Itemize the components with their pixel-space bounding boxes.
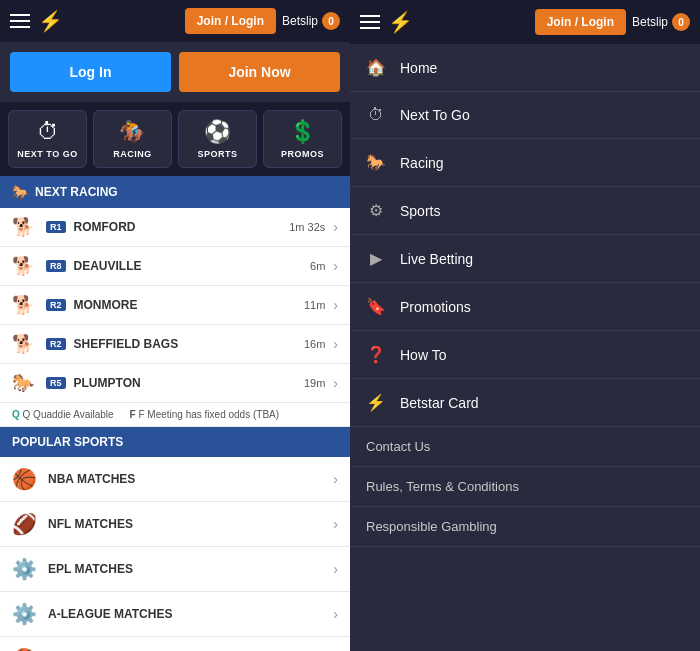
list-item[interactable]: 🏈 NFL MATCHES › (0, 502, 350, 547)
chevron-right-icon: › (333, 561, 338, 577)
basketball-icon: 🏀 (12, 467, 36, 491)
next-to-go-icon: ⏱ (37, 119, 59, 145)
race-badge: R2 (46, 299, 66, 311)
racing-label: RACING (113, 149, 152, 159)
menu-overlay: ⚡ Join / Login Betslip 0 🏠 Home ⏱ Next T… (350, 0, 700, 651)
greyhound-icon: 🐕 (12, 294, 36, 316)
table-row[interactable]: 🐕 R2 MONMORE 11m › (0, 286, 350, 325)
chevron-right-icon: › (333, 336, 338, 352)
quick-nav: ⏱ NEXT TO GO 🏇 RACING ⚽ SPORTS 💲 PROMOS (0, 102, 350, 176)
sports-icon: ⚽ (204, 119, 231, 145)
race-time: 11m (304, 299, 325, 311)
menu-item-responsible-gambling[interactable]: Responsible Gambling (350, 507, 700, 547)
quick-nav-racing[interactable]: 🏇 RACING (93, 110, 172, 168)
promos-label: PROMOS (281, 149, 324, 159)
menu-betstar-logo: ⚡ (388, 10, 413, 34)
table-row[interactable]: 🐕 R2 SHEFFIELD BAGS 16m › (0, 325, 350, 364)
betstar-logo: ⚡ (38, 9, 63, 33)
menu-item-next-to-go-label: Next To Go (400, 107, 470, 123)
menu-header-left: ⚡ (360, 10, 413, 34)
menu-item-racing[interactable]: 🐎 Racing (350, 139, 700, 187)
auth-buttons: Log In Join Now (0, 42, 350, 102)
promotions-icon: 🔖 (366, 297, 386, 316)
menu-item-live-betting[interactable]: ▶ Live Betting (350, 235, 700, 283)
race-time: 1m 32s (289, 221, 325, 233)
list-item[interactable]: 🏀 NBL MATCHES › (0, 637, 350, 651)
race-badge: R2 (46, 338, 66, 350)
next-racing-title: NEXT RACING (35, 185, 118, 199)
table-row[interactable]: 🐕 R1 ROMFORD 1m 32s › (0, 208, 350, 247)
list-item[interactable]: ⚙️ A-LEAGUE MATCHES › (0, 592, 350, 637)
race-time: 19m (304, 377, 325, 389)
menu-item-how-to[interactable]: ❓ How To (350, 331, 700, 379)
menu-item-promotions-label: Promotions (400, 299, 471, 315)
horse-icon: 🐎 (12, 184, 29, 200)
quaddie-badge: Q (12, 409, 20, 420)
join-now-button[interactable]: Join Now (179, 52, 340, 92)
menu-item-home[interactable]: 🏠 Home (350, 44, 700, 92)
menu-item-contact-us[interactable]: Contact Us (350, 427, 700, 467)
quick-nav-next-to-go[interactable]: ⏱ NEXT TO GO (8, 110, 87, 168)
menu-item-how-to-label: How To (400, 347, 446, 363)
log-in-button[interactable]: Log In (10, 52, 171, 92)
next-racing-header: 🐎 NEXT RACING (0, 176, 350, 208)
left-panel: ⚡ Join / Login Betslip 0 Log In Join Now… (0, 0, 350, 651)
menu-item-promotions[interactable]: 🔖 Promotions (350, 283, 700, 331)
menu-join-login-button[interactable]: Join / Login (535, 9, 626, 35)
race-name: DEAUVILLE (74, 259, 311, 273)
menu-header: ⚡ Join / Login Betslip 0 (350, 0, 700, 44)
chevron-right-icon: › (333, 516, 338, 532)
left-header: ⚡ Join / Login Betslip 0 (0, 0, 350, 42)
menu-item-live-betting-label: Live Betting (400, 251, 473, 267)
fixed-odds-badge: F (130, 409, 136, 420)
race-list: 🐕 R1 ROMFORD 1m 32s › 🐕 R8 DEAUVILLE 6m … (0, 208, 350, 403)
greyhound-icon: 🐕 (12, 255, 36, 277)
sport-name: NBA MATCHES (48, 472, 333, 486)
menu-betslip-count: 0 (672, 13, 690, 31)
quick-nav-promos[interactable]: 💲 PROMOS (263, 110, 342, 168)
right-panel: ⚡ Join / Login Betslip 0 Join Now 💲 PROM… (350, 0, 700, 651)
popular-sports-header: POPULAR SPORTS (0, 427, 350, 457)
hamburger-menu-icon[interactable] (10, 14, 30, 28)
chevron-right-icon: › (333, 219, 338, 235)
greyhound-icon: 🐕 (12, 333, 36, 355)
aleague-icon: ⚙️ (12, 602, 36, 626)
promos-icon: 💲 (289, 119, 316, 145)
sport-name: NFL MATCHES (48, 517, 333, 531)
list-item[interactable]: ⚙️ EPL MATCHES › (0, 547, 350, 592)
menu-item-next-to-go[interactable]: ⏱ Next To Go (350, 92, 700, 139)
header-left: ⚡ (10, 9, 63, 33)
race-name: PLUMPTON (74, 376, 304, 390)
menu-item-rules-terms[interactable]: Rules, Terms & Conditions (350, 467, 700, 507)
live-betting-icon: ▶ (366, 249, 386, 268)
chevron-right-icon: › (333, 375, 338, 391)
next-to-go-label: NEXT TO GO (17, 149, 77, 159)
next-to-go-menu-icon: ⏱ (366, 106, 386, 124)
menu-hamburger-icon[interactable] (360, 15, 380, 29)
popular-sports-title: POPULAR SPORTS (12, 435, 123, 449)
race-time: 16m (304, 338, 325, 350)
menu-betslip-button[interactable]: Betslip 0 (632, 13, 690, 31)
race-footer: Q Q Quaddie Available F F Meeting has fi… (0, 403, 350, 427)
table-row[interactable]: 🐕 R8 DEAUVILLE 6m › (0, 247, 350, 286)
chevron-right-icon: › (333, 606, 338, 622)
join-login-button[interactable]: Join / Login (185, 8, 276, 34)
header-right: Join / Login Betslip 0 (185, 8, 340, 34)
chevron-right-icon: › (333, 297, 338, 313)
race-badge: R8 (46, 260, 66, 272)
chevron-right-icon: › (333, 258, 338, 274)
menu-item-sports[interactable]: ⚙ Sports (350, 187, 700, 235)
epl-icon: ⚙️ (12, 557, 36, 581)
quick-nav-sports[interactable]: ⚽ SPORTS (178, 110, 257, 168)
football-icon: 🏈 (12, 512, 36, 536)
table-row[interactable]: 🐎 R5 PLUMPTON 19m › (0, 364, 350, 403)
menu-item-betstar-card[interactable]: ⚡ Betstar Card (350, 379, 700, 427)
horse-racing-icon: 🐎 (12, 372, 36, 394)
menu-items: 🏠 Home ⏱ Next To Go 🐎 Racing ⚙ Sports ▶ … (350, 44, 700, 651)
menu-item-rules-terms-label: Rules, Terms & Conditions (366, 479, 519, 494)
list-item[interactable]: 🏀 NBA MATCHES › (0, 457, 350, 502)
betslip-button[interactable]: Betslip 0 (282, 12, 340, 30)
sports-menu-icon: ⚙ (366, 201, 386, 220)
menu-lightning-icon: ⚡ (388, 11, 413, 33)
menu-item-home-label: Home (400, 60, 437, 76)
